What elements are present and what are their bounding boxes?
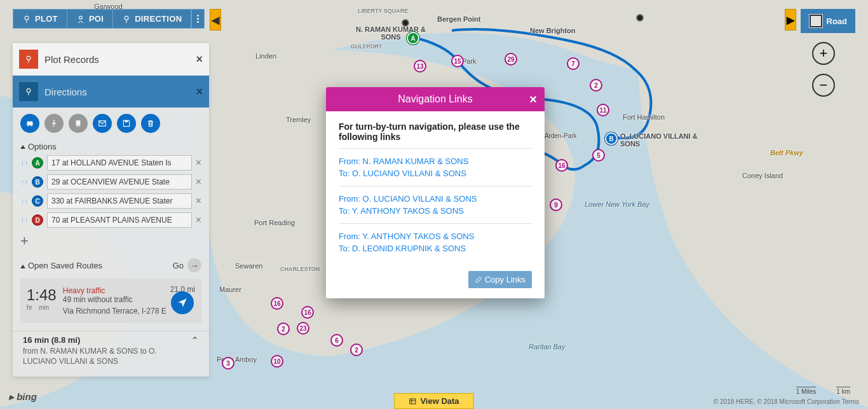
bing-logo: ▸ bing [9, 391, 37, 403]
view-data-label: View Data [420, 396, 459, 406]
modal-title: Navigation Links [398, 94, 472, 105]
modal-header: Navigation Links × [326, 87, 545, 111]
view-data-button[interactable]: View Data [394, 393, 473, 409]
modal-close-icon[interactable]: × [529, 92, 537, 107]
copy-links-label: Copy Links [485, 275, 526, 284]
modal-message: For turn-by-turn navigation, please use … [339, 121, 532, 142]
svg-rect-10 [410, 399, 416, 404]
link-icon [475, 276, 482, 284]
nav-link-3[interactable]: From: Y. ANTHONY TAKOS & SONSTo: D. LEON… [339, 223, 532, 261]
nav-link-1[interactable]: From: N. RAMAN KUMAR & SONSTo: O. LUCIAN… [339, 148, 532, 186]
navigation-links-modal: Navigation Links × For turn-by-turn navi… [326, 87, 545, 298]
copy-links-button[interactable]: Copy Links [468, 271, 532, 288]
nav-link-2[interactable]: From: O. LUCIANO VILLANI & SONSTo: Y. AN… [339, 186, 532, 223]
table-icon [409, 398, 416, 405]
copyright-text: © 2018 HERE, © 2018 Microsoft Corporatio… [714, 398, 859, 405]
scale-bar: 1 Miles1 km [796, 387, 850, 395]
